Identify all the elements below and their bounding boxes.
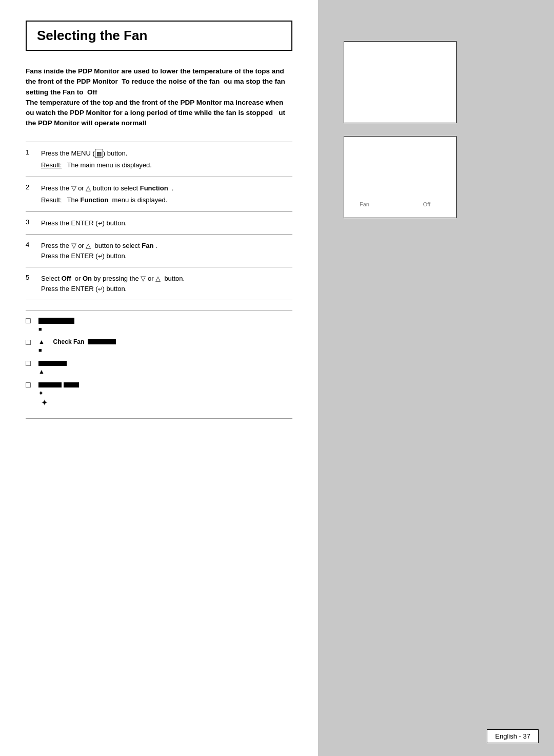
symbol-desc-3: ▲	[38, 359, 292, 376]
right-panel: Fan Off English - 37	[318, 0, 554, 756]
step-2: 2 Press the ▽ or △ button to select Func…	[26, 177, 292, 212]
step-content-2: Press the ▽ or △ button to select Functi…	[41, 183, 292, 205]
footer-text: English - 37	[495, 732, 530, 740]
step-content-1: Press the MENU (▦) button. Result: The m…	[41, 148, 292, 170]
result-label-1: Result:	[41, 160, 62, 170]
intro-paragraph: Fans inside the PDP Monitor are used to …	[26, 66, 292, 129]
symbol-row-1: □ ■	[26, 316, 292, 334]
title-box: Selecting the Fan	[26, 21, 292, 51]
symbol-row-2: □ ▲ Check Fan ■	[26, 338, 292, 355]
page-footer: English - 37	[487, 729, 539, 743]
symbol-char-1: □	[26, 316, 38, 325]
step-3: 3 Press the ENTER (↵) button.	[26, 212, 292, 235]
step-1: 1 Press the MENU (▦) button. Result: The…	[26, 142, 292, 177]
step-content-4: Press the ▽ or △ button to select Fan . …	[41, 241, 292, 261]
step-number-2: 2	[26, 183, 41, 191]
image-box-2: Fan Off	[344, 136, 457, 218]
page-title: Selecting the Fan	[37, 28, 147, 43]
symbol-row-3: □ ▲	[26, 359, 292, 376]
symbol-desc-4: ✦ ✦	[38, 380, 292, 409]
step-5: 5 Select Off or On by pressing the ▽ or …	[26, 267, 292, 300]
result-label-2: Result:	[41, 195, 62, 205]
image-box-1	[344, 41, 457, 123]
symbol-char-4: □	[26, 380, 38, 390]
step-number-1: 1	[26, 148, 41, 156]
symbol-char-3: □	[26, 359, 38, 368]
symbol-char-2: □	[26, 338, 38, 347]
symbol-row-4: □ ✦ ✦	[26, 380, 292, 409]
steps-section: 1 Press the MENU (▦) button. Result: The…	[26, 142, 292, 301]
off-label: Off	[423, 201, 430, 207]
page-number-box: English - 37	[487, 729, 539, 743]
step-4: 4 Press the ▽ or △ button to select Fan …	[26, 235, 292, 267]
step-number-5: 5	[26, 274, 41, 281]
symbol-desc-2: ▲ Check Fan ■	[38, 338, 292, 355]
step-content-5: Select Off or On by pressing the ▽ or △ …	[41, 274, 292, 294]
step-content-3: Press the ENTER (↵) button.	[41, 218, 292, 228]
result-text-2: The Function menu is displayed.	[67, 195, 167, 205]
result-text-1: The main menu is displayed.	[67, 160, 151, 170]
step-number-3: 3	[26, 218, 41, 226]
symbol-block: □ ■ □ ▲ Check Fan ■ □ ▲ □ ✦	[26, 311, 292, 419]
step-number-4: 4	[26, 241, 41, 248]
fan-label: Fan	[360, 201, 369, 207]
main-content: Selecting the Fan Fans inside the PDP Mo…	[0, 0, 318, 756]
symbol-desc-1: ■	[38, 316, 292, 334]
